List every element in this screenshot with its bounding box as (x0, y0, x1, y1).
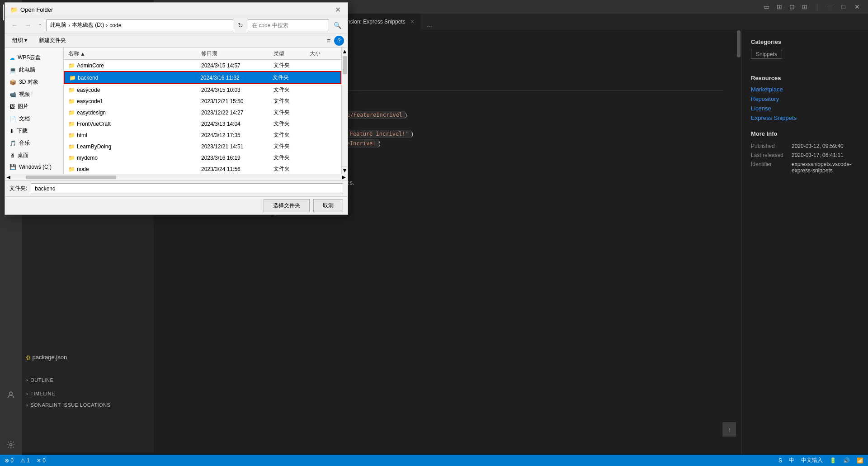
file-row-backend[interactable]: 📁 backend 2024/3/16 11:32 文件夹 (64, 71, 341, 84)
file-row-mydemo[interactable]: 📁 mydemo 2023/3/16 16:19 文件夹 (64, 152, 341, 163)
status-lang: 中文输入 (801, 456, 823, 464)
desktop-icon: 🖥 (9, 152, 15, 159)
select-folder-btn[interactable]: 选择文件夹 (264, 199, 310, 212)
new-folder-btn[interactable]: 新建文件夹 (35, 35, 70, 46)
more-tabs-btn[interactable]: ··· (423, 23, 437, 29)
file-row-node[interactable]: 📁 node 2023/3/24 11:56 文件夹 (64, 163, 341, 174)
scroll-track[interactable] (736, 29, 741, 455)
dialog-toolbar-2: 组织 ▾ 新建文件夹 ≡ ? (5, 33, 348, 48)
dialog-search-input[interactable] (248, 19, 329, 31)
status-chinese: 中 (789, 456, 794, 464)
settings-icon[interactable] (3, 437, 19, 452)
layout-btn-4[interactable]: ⊞ (799, 1, 810, 12)
sidebar-wps[interactable]: ☁ WPS云盘 (5, 52, 63, 64)
status-right: S 中 中文输入 🔋 🔊 📶 (778, 456, 863, 464)
outline-header[interactable]: › OUTLINE (22, 376, 154, 385)
scroll-down-arrow[interactable]: ▼ (342, 166, 348, 174)
dialog-title-text: Open Folder (20, 6, 53, 13)
file-row-learnbydoing[interactable]: 📁 LearnByDoing 2023/12/21 14:51 文件夹 (64, 141, 341, 152)
forward-btn[interactable]: → (22, 20, 34, 31)
filename-input[interactable] (31, 183, 343, 194)
folder-icon-7: 📁 (68, 132, 75, 138)
status-warnings[interactable]: ⚠ 1 (20, 457, 30, 464)
sidebar-downloads[interactable]: ⬇ 下载 (5, 125, 63, 137)
scroll-thumb-dialog[interactable] (343, 56, 347, 74)
categories-title: Categories (751, 38, 859, 45)
sonarlint-header[interactable]: › SONARLINT ISSUE LOCATIONS (22, 400, 154, 409)
hscroll-thumb[interactable] (26, 176, 116, 179)
sort-type[interactable]: 类型 (274, 50, 310, 57)
tab-extension-close[interactable]: ✕ (410, 19, 415, 25)
sidebar-video[interactable]: 📹 视频 (5, 88, 63, 100)
dialog-scrollbar[interactable]: ▲ ▼ (341, 48, 348, 174)
path-bar[interactable]: 此电脑 › 本地磁盘 (D:) › code (46, 19, 233, 31)
status-network-icon: 📶 (857, 457, 863, 464)
dialog-sidebar: ☁ WPS云盘 💻 此电脑 📦 3D 对象 📹 视频 🖼 图片 📄 文档 (5, 48, 64, 174)
pc-icon: 💻 (9, 67, 16, 73)
help-btn[interactable]: ? (334, 36, 344, 46)
pictures-icon: 🖼 (9, 104, 15, 110)
docs-icon: 📄 (9, 116, 16, 122)
account-icon[interactable] (3, 387, 19, 403)
sidebar-3d[interactable]: 📦 3D 对象 (5, 76, 63, 88)
sort-name[interactable]: 名称 ▲ (68, 50, 201, 57)
refresh-btn[interactable]: ↻ (235, 20, 246, 31)
license-link[interactable]: License (751, 105, 859, 112)
published-label: Published (751, 142, 792, 151)
dialog-close-btn[interactable]: ✕ (333, 5, 342, 14)
file-row-admincore[interactable]: 📁 AdminCore 2024/3/15 14:57 文件夹 (64, 60, 341, 71)
up-btn[interactable]: ↑ (36, 20, 44, 31)
organize-btn[interactable]: 组织 ▾ (9, 35, 31, 46)
hscroll-left[interactable]: ◄ (5, 174, 12, 181)
scroll-thumb[interactable] (737, 30, 741, 57)
sonarlint-panel: › SONARLINT ISSUE LOCATIONS (22, 400, 154, 409)
file-row-frontvuecraft[interactable]: 📁 FrontVueCraft 2024/3/13 14:04 文件夹 (64, 118, 341, 129)
file-row-easycode[interactable]: 📁 easycode 2024/3/15 10:03 文件夹 (64, 84, 341, 95)
sidebar-cdrive[interactable]: 💾 Windows (C:) (5, 162, 63, 172)
close-btn[interactable]: ✕ (851, 1, 863, 12)
search-btn[interactable]: 🔍 (331, 20, 344, 31)
sidebar-music[interactable]: 🎵 音乐 (5, 137, 63, 149)
dialog-folder-icon: 📁 (10, 6, 18, 13)
status-info[interactable]: ✕ 0 (37, 457, 46, 464)
sort-date[interactable]: 修日期 (201, 50, 274, 57)
sidebar-toggle-btn[interactable]: ▭ (761, 1, 772, 12)
sidebar-desktop[interactable]: 🖥 桌面 (5, 149, 63, 162)
marketplace-link[interactable]: Marketplace (751, 86, 859, 93)
filename-label: 文件夹: (9, 185, 27, 192)
timeline-header[interactable]: › TIMELINE (22, 389, 154, 398)
file-row-easytdesign[interactable]: 📁 easytdesign 2023/12/22 14:27 文件夹 (64, 107, 341, 118)
file-row-html[interactable]: 📁 html 2024/3/12 17:35 文件夹 (64, 129, 341, 141)
sidebar-pc[interactable]: 💻 此电脑 (5, 64, 63, 76)
minimize-btn[interactable]: ─ (825, 1, 836, 12)
sort-size[interactable]: 大小 (310, 50, 337, 57)
folder-icon-5: 📁 (68, 109, 75, 116)
cancel-btn[interactable]: 取消 (313, 199, 343, 212)
sidebar-pictures[interactable]: 🖼 图片 (5, 100, 63, 113)
layout-btn-2[interactable]: ⊞ (774, 1, 785, 12)
list-header: 名称 ▲ 修日期 类型 大小 (64, 48, 341, 60)
layout-btn-3[interactable]: ⊡ (787, 1, 797, 12)
category-badge[interactable]: Snippets (751, 50, 782, 59)
open-folder-dialog: 📁 Open Folder ✕ ← → ↑ 此电脑 › 本地磁盘 (D:) › … (5, 2, 348, 215)
view-toggle-btn[interactable]: ≡ (326, 36, 332, 46)
maximize-btn[interactable]: □ (838, 1, 849, 12)
downloads-icon: ⬇ (9, 128, 14, 134)
sidebar-docs[interactable]: 📄 文档 (5, 113, 63, 125)
status-s: S (778, 457, 782, 464)
express-snippets-link[interactable]: Express Snippets (751, 114, 859, 121)
dialog-hscrollbar[interactable]: ◄ ► (5, 174, 348, 180)
dialog-bottom-bar: 文件夹: (5, 180, 348, 196)
back-btn[interactable]: ← (9, 20, 20, 31)
more-info-title: More Info (751, 130, 859, 137)
file-row-easycode1[interactable]: 📁 easycode1 2023/12/21 15:50 文件夹 (64, 95, 341, 107)
scroll-up-arrow[interactable]: ▲ (342, 48, 348, 55)
repository-link[interactable]: Repository (751, 95, 859, 102)
tree-item-package-json[interactable]: {} package.json (22, 352, 154, 362)
scroll-up-btn[interactable]: ↑ (722, 422, 737, 437)
hscroll-right[interactable]: ► (340, 174, 348, 181)
status-errors[interactable]: ⊗ 0 (5, 457, 14, 464)
last-released-value: 2020-03-17, 06:41:11 (792, 151, 859, 160)
chevron-right-icon-3: › (26, 402, 28, 408)
more-info-table: Published 2020-03-12, 09:59:40 Last rele… (751, 142, 859, 175)
